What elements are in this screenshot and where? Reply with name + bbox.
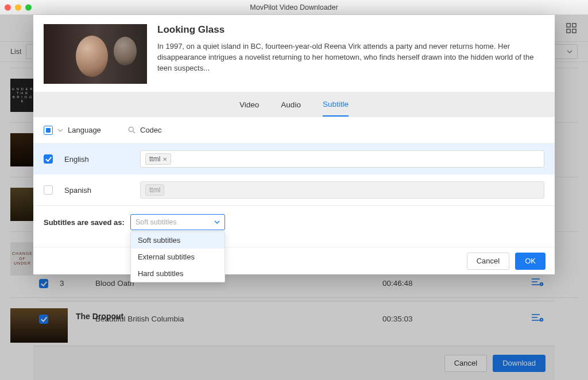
tab-video[interactable]: Video — [239, 94, 259, 116]
saved-as-row: Subtitles are saved as: Soft subtitles S… — [33, 205, 555, 230]
chevron-down-icon — [214, 219, 220, 225]
poster-image — [44, 24, 147, 84]
chevron-down-icon[interactable] — [57, 127, 63, 133]
movie-title: Looking Glass — [157, 24, 544, 36]
language-table-header: Language Codec — [33, 117, 555, 144]
window-controls[interactable] — [5, 4, 32, 10]
column-label-codec: Codec — [140, 126, 162, 134]
zoom-window-icon[interactable] — [25, 4, 32, 10]
svg-point-15 — [129, 127, 133, 131]
codec-input[interactable]: ttml ✕ — [140, 150, 544, 168]
minimize-window-icon[interactable] — [15, 4, 21, 10]
remove-codec-icon[interactable]: ✕ — [163, 156, 167, 162]
codec-tag-label: ttml — [149, 155, 160, 163]
saved-as-dropdown[interactable]: Soft subtitles Soft subtitles External s… — [130, 214, 225, 230]
tab-audio[interactable]: Audio — [281, 94, 301, 116]
select-all-checkbox[interactable] — [44, 126, 53, 135]
modal-footer: Cancel OK — [33, 247, 555, 274]
codec-tag-label: ttml — [149, 186, 160, 194]
dropdown-option[interactable]: External subtitles — [131, 249, 225, 265]
language-name: English — [64, 155, 89, 164]
saved-as-select[interactable]: Soft subtitles — [130, 214, 225, 230]
codec-tag: ttml — [145, 184, 164, 196]
download-settings-modal: Looking Glass In 1997, on a quiet island… — [33, 15, 555, 274]
language-name: Spanish — [64, 186, 91, 195]
codec-tag[interactable]: ttml ✕ — [145, 153, 171, 165]
modal-cancel-button[interactable]: Cancel — [467, 253, 509, 270]
modal-header: Looking Glass In 1997, on a quiet island… — [33, 15, 555, 92]
tab-subtitle[interactable]: Subtitle — [323, 93, 349, 117]
saved-as-menu: Soft subtitles External subtitles Hard s… — [130, 231, 225, 282]
svg-line-16 — [133, 131, 136, 134]
codec-input: ttml — [140, 181, 544, 199]
language-checkbox[interactable] — [44, 154, 53, 164]
window-title: MovPilot Video Downloader — [250, 3, 338, 11]
language-row[interactable]: Spanish ttml — [33, 175, 555, 205]
language-checkbox[interactable] — [44, 185, 53, 195]
modal-ok-button[interactable]: OK — [515, 253, 546, 270]
tab-strip: Video Audio Subtitle — [33, 92, 555, 117]
saved-as-label: Subtitles are saved as: — [44, 218, 125, 227]
close-window-icon[interactable] — [5, 4, 11, 10]
dropdown-option[interactable]: Hard subtitles — [131, 265, 225, 282]
language-row[interactable]: English ttml ✕ — [33, 144, 555, 175]
dropdown-option[interactable]: Soft subtitles — [131, 232, 225, 249]
search-icon[interactable] — [128, 126, 136, 134]
titlebar: MovPilot Video Downloader — [0, 0, 588, 15]
saved-as-placeholder: Soft subtitles — [136, 218, 177, 226]
column-label-language: Language — [68, 126, 101, 134]
movie-description: In 1997, on a quiet island in BC, fourte… — [157, 41, 544, 74]
